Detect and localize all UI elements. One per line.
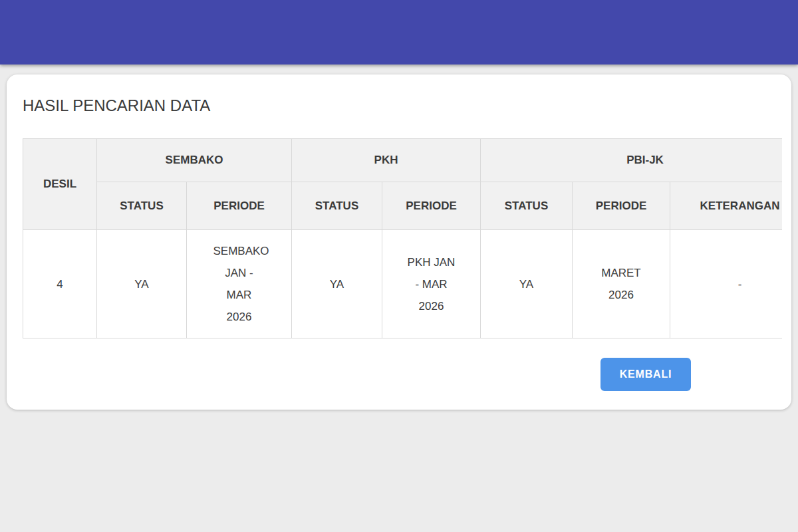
cell-sembako-status: YA	[97, 230, 187, 338]
column-header-pkh-periode: PERIODE	[382, 182, 481, 230]
cell-desil: 4	[23, 230, 97, 338]
page-title: HASIL PENCARIAN DATA	[23, 94, 782, 117]
cell-sembako-periode: SEMBAKO JAN - MAR 2026	[187, 230, 292, 338]
search-result-card: HASIL PENCARIAN DATA DESIL SEMBAKO PKH P…	[7, 74, 791, 410]
results-table: DESIL SEMBAKO PKH PBI-JK STATUS PERIODE …	[23, 138, 782, 338]
cell-pbijk-status: YA	[481, 230, 573, 338]
cell-pkh-status: YA	[292, 230, 382, 338]
column-header-pkh-status: STATUS	[292, 182, 382, 230]
column-header-sembako-periode: PERIODE	[187, 182, 292, 230]
cell-pbijk-keterangan: -	[670, 230, 783, 338]
kembali-button[interactable]: KEMBALI	[600, 358, 691, 391]
group-header-pbijk: PBI-JK	[481, 139, 783, 182]
card-actions: KEMBALI	[23, 358, 782, 391]
cell-pkh-periode: PKH JAN - MAR 2026	[382, 230, 481, 338]
cell-pbijk-periode-text: MARET 2026	[595, 262, 647, 306]
column-header-pbijk-keterangan: KETERANGAN	[670, 182, 783, 230]
column-header-pbijk-status: STATUS	[481, 182, 573, 230]
column-header-sembako-status: STATUS	[97, 182, 187, 230]
table-row: 4 YA SEMBAKO JAN - MAR 2026 YA PKH JAN -…	[23, 230, 783, 338]
top-navbar	[0, 0, 798, 65]
cell-pkh-periode-text: PKH JAN - MAR 2026	[406, 251, 458, 317]
cell-pbijk-periode: MARET 2026	[573, 230, 670, 338]
column-header-pbijk-periode: PERIODE	[573, 182, 670, 230]
column-header-desil: DESIL	[23, 139, 97, 230]
group-header-sembako: SEMBAKO	[97, 139, 292, 182]
group-header-pkh: PKH	[292, 139, 481, 182]
table-scroll-container[interactable]: DESIL SEMBAKO PKH PBI-JK STATUS PERIODE …	[23, 138, 782, 338]
cell-sembako-periode-text: SEMBAKO JAN - MAR 2026	[213, 240, 265, 328]
